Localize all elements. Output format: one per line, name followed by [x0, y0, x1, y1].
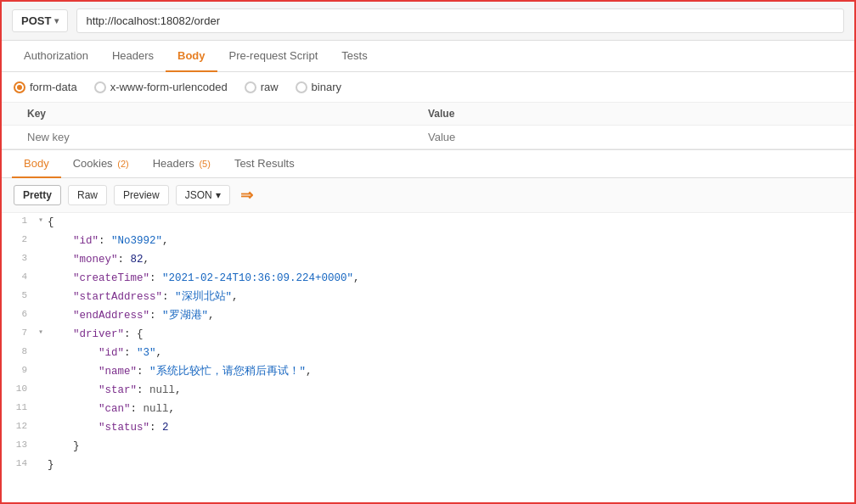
line-code: "star": null, — [48, 382, 854, 399]
line-number: 1 — [2, 214, 36, 229]
response-tabs: Body Cookies (2) Headers (5) Test Result… — [2, 149, 854, 178]
line-code: { — [48, 214, 854, 231]
cookies-badge: (2) — [117, 159, 128, 169]
radio-dot-form-data — [14, 81, 25, 93]
json-line: 12 "status": 2 — [2, 418, 854, 437]
json-line: 11 "can": null, — [2, 400, 854, 418]
json-viewer-header: Pretty Raw Preview JSON ▾ ⇒ — [2, 178, 854, 213]
line-code: "driver": { — [48, 326, 854, 343]
radio-dot-binary — [296, 81, 307, 93]
radio-form-data[interactable]: form-data — [14, 81, 77, 93]
tab-tests[interactable]: Tests — [329, 41, 379, 72]
json-line: 2 "id": "No3992", — [2, 232, 854, 250]
resp-tab-headers[interactable]: Headers (5) — [141, 150, 222, 178]
format-raw-btn[interactable]: Raw — [68, 185, 107, 205]
json-line: 3 "money": 82, — [2, 250, 854, 269]
line-number: 6 — [2, 307, 36, 322]
radio-raw[interactable]: raw — [245, 81, 279, 93]
request-tabs: Authorization Headers Body Pre-request S… — [2, 41, 854, 72]
json-line: 8 "id": "3", — [2, 344, 854, 362]
line-code: } — [48, 456, 854, 473]
line-number: 2 — [2, 232, 36, 248]
tab-body[interactable]: Body — [166, 41, 217, 72]
json-line: 13 } — [2, 437, 854, 456]
json-line: 4 "createTime": "2021-02-24T10:36:09.224… — [2, 269, 854, 288]
format-type-label: JSON — [185, 189, 212, 201]
line-number: 3 — [2, 251, 36, 266]
format-type-dropdown[interactable]: JSON ▾ — [176, 185, 230, 205]
tab-pre-request[interactable]: Pre-request Script — [217, 41, 330, 72]
line-code: "createTime": "2021-02-24T10:36:09.224+0… — [48, 270, 854, 287]
line-toggle[interactable]: ▾ — [36, 326, 48, 339]
method-dropdown[interactable]: POST ▾ — [12, 9, 68, 32]
top-bar: POST ▾ — [2, 2, 854, 41]
line-number: 12 — [2, 419, 36, 434]
tab-authorization[interactable]: Authorization — [12, 41, 100, 72]
line-number: 11 — [2, 400, 36, 416]
tab-headers[interactable]: Headers — [100, 41, 166, 72]
wrap-icon[interactable]: ⇒ — [240, 186, 253, 204]
line-number: 7 — [2, 326, 36, 341]
kv-table: Key Value — [2, 103, 854, 149]
radio-dot-raw — [245, 81, 256, 93]
line-number: 13 — [2, 438, 36, 453]
kv-col-key-header: Key — [14, 108, 428, 120]
kv-new-value-input[interactable] — [428, 131, 842, 143]
json-line: 1▾{ — [2, 213, 854, 232]
line-code: "endAddress": "罗湖港", — [48, 307, 854, 324]
kv-new-row — [2, 126, 854, 149]
json-content: 1▾{2 "id": "No3992",3 "money": 82,4 "cre… — [2, 213, 854, 502]
radio-binary[interactable]: binary — [296, 81, 341, 93]
kv-new-value-cell — [428, 131, 842, 143]
radio-label-urlencoded: x-www-form-urlencoded — [110, 81, 228, 93]
line-number: 8 — [2, 344, 36, 360]
json-line: 5 "startAddress": "深圳北站", — [2, 288, 854, 306]
line-number: 10 — [2, 382, 36, 397]
kv-new-key-cell — [14, 131, 428, 143]
line-code: "name": "系统比较忙，请您稍后再试！", — [48, 363, 854, 380]
line-code: "id": "3", — [48, 344, 854, 361]
line-code: "startAddress": "深圳北站", — [48, 288, 854, 305]
kv-new-key-input[interactable] — [27, 131, 428, 143]
resp-tab-test-results[interactable]: Test Results — [222, 150, 307, 178]
kv-header: Key Value — [2, 103, 854, 126]
json-line: 7▾ "driver": { — [2, 325, 854, 344]
json-line: 9 "name": "系统比较忙，请您稍后再试！", — [2, 362, 854, 381]
format-preview-btn[interactable]: Preview — [114, 185, 169, 205]
radio-label-raw: raw — [261, 81, 279, 93]
radio-dot-urlencoded — [94, 81, 106, 93]
line-number: 9 — [2, 363, 36, 378]
resp-tab-body[interactable]: Body — [12, 150, 61, 178]
format-pretty-btn[interactable]: Pretty — [14, 185, 61, 205]
line-number: 5 — [2, 288, 36, 304]
line-toggle[interactable]: ▾ — [36, 214, 48, 227]
resp-tab-cookies[interactable]: Cookies (2) — [61, 150, 141, 178]
headers-badge: (5) — [199, 159, 210, 169]
body-type-row: form-data x-www-form-urlencoded raw bina… — [2, 72, 854, 103]
line-code: "money": 82, — [48, 251, 854, 268]
line-code: } — [48, 438, 854, 455]
main-container: POST ▾ Authorization Headers Body Pre-re… — [0, 0, 856, 504]
url-input[interactable] — [76, 8, 844, 33]
method-label: POST — [21, 14, 51, 27]
line-code: "status": 2 — [48, 419, 854, 436]
method-chevron: ▾ — [54, 16, 59, 25]
radio-label-form-data: form-data — [30, 81, 77, 93]
line-code: "id": "No3992", — [48, 232, 854, 249]
json-line: 6 "endAddress": "罗湖港", — [2, 306, 854, 325]
format-type-chevron: ▾ — [216, 189, 221, 201]
json-line: 14} — [2, 456, 854, 474]
kv-col-value-header: Value — [428, 108, 842, 120]
line-code: "can": null, — [48, 400, 854, 417]
radio-urlencoded[interactable]: x-www-form-urlencoded — [94, 81, 228, 93]
line-number: 4 — [2, 270, 36, 285]
line-number: 14 — [2, 456, 36, 472]
json-line: 10 "star": null, — [2, 381, 854, 400]
radio-label-binary: binary — [312, 81, 341, 93]
